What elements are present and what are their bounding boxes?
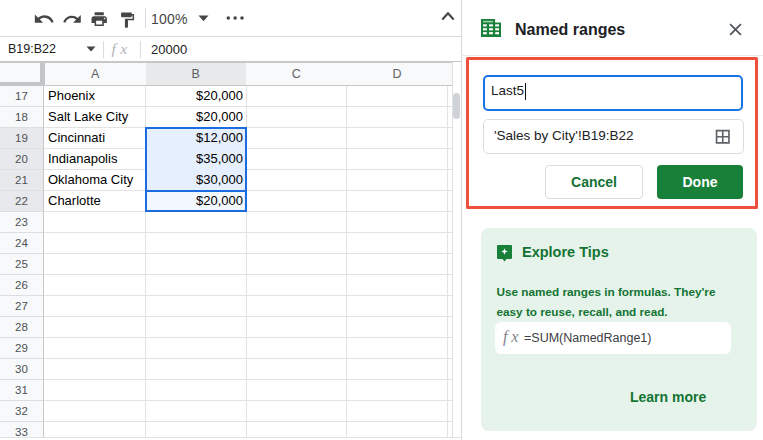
svg-text:f: f bbox=[112, 40, 119, 57]
svg-text:x: x bbox=[119, 40, 127, 57]
svg-text:f: f bbox=[503, 328, 510, 346]
svg-text:x: x bbox=[510, 328, 518, 345]
